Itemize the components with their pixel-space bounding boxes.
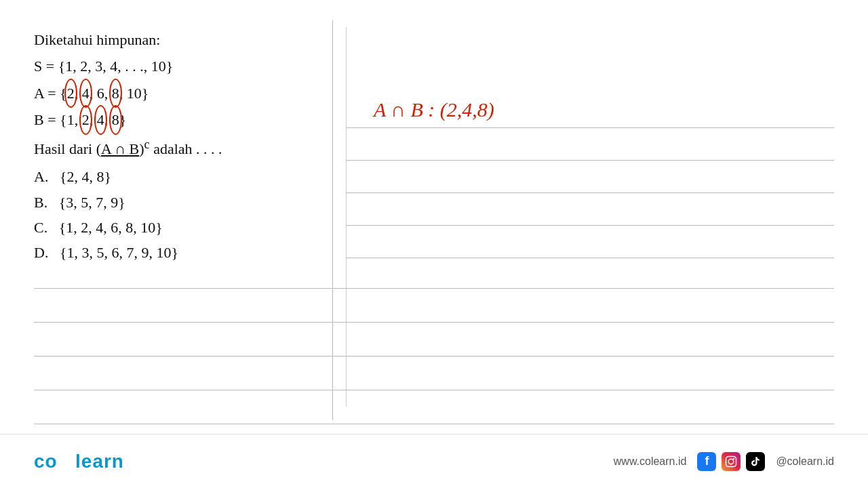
circled-2: 2 — [67, 81, 75, 106]
h-line-2 — [347, 160, 834, 161]
set-s-text: S = {1, 2, 3, 4, . . ., 10} — [34, 58, 173, 75]
option-a-label: A. — [34, 168, 60, 185]
svg-point-3 — [733, 458, 734, 459]
brand-logo: co learn — [34, 451, 124, 472]
set-a-label: A = { — [34, 85, 67, 102]
option-c-value: {1, 2, 4, 6, 8, 10} — [59, 219, 163, 236]
h-line-4 — [347, 225, 834, 226]
set-s-line: S = {1, 2, 3, 4, . . ., 10} — [34, 54, 346, 79]
option-c-label: C. — [34, 219, 59, 236]
main-content: Diketahui himpunan: S = {1, 2, 3, 4, . .… — [0, 0, 868, 420]
instagram-icon — [722, 452, 741, 471]
set-b-line: B = {1, 2, 4, 8} — [34, 107, 346, 132]
left-panel: Diketahui himpunan: S = {1, 2, 3, 4, . .… — [34, 27, 346, 407]
svg-rect-1 — [726, 456, 736, 466]
set-b-label: B = {1, — [34, 111, 82, 128]
full-divider-2 — [34, 322, 834, 323]
svg-point-2 — [729, 459, 734, 464]
right-panel: A ∩ B : (2,4,8) — [346, 27, 834, 407]
right-lines — [347, 27, 834, 407]
logo-space — [63, 451, 69, 472]
intro-text: Diketahui himpunan: — [34, 31, 160, 48]
options-section: A. {2, 4, 8} B. {3, 5, 7, 9} C. {1, 2, 4… — [34, 164, 346, 266]
set-b-end: } — [119, 111, 127, 128]
option-c: C. {1, 2, 4, 6, 8, 10} — [34, 215, 346, 240]
question-line: Hasil dari (A ∩ B)c adalah . . . . — [34, 134, 346, 162]
question-prefix: Hasil dari (A ∩ B)c adalah . . . . — [34, 140, 222, 157]
circled-b8: 8 — [112, 107, 119, 132]
intro-line: Diketahui himpunan: — [34, 27, 346, 52]
footer-right: www.colearn.id f @colearn.id — [614, 452, 834, 471]
social-icons: f — [697, 452, 765, 471]
set-b-comma2: , — [104, 111, 112, 128]
circled-b4: 4 — [97, 107, 104, 132]
set-b-comma1: , — [90, 111, 97, 128]
circled-b2: 2 — [82, 107, 90, 132]
option-a-value: {2, 4, 8} — [60, 168, 111, 185]
superscript: c — [144, 138, 150, 151]
h-line-3 — [347, 192, 834, 193]
social-handle: @colearn.id — [776, 455, 834, 468]
option-d-label: D. — [34, 244, 60, 261]
annotation: A ∩ B : (2,4,8) — [367, 88, 597, 134]
footer: co learn www.colearn.id f @colearn.id — [0, 434, 868, 488]
option-d-value: {1, 3, 5, 6, 7, 9, 10} — [60, 244, 178, 261]
tiktok-icon — [746, 452, 765, 471]
logo-learn: learn — [75, 451, 124, 472]
option-b: B. {3, 5, 7, 9} — [34, 190, 346, 215]
svg-text:A ∩ B : (2,4,8): A ∩ B : (2,4,8) — [372, 98, 494, 121]
facebook-icon: f — [697, 452, 716, 471]
full-divider-5 — [34, 424, 834, 424]
option-d: D. {1, 3, 5, 6, 7, 9, 10} — [34, 240, 346, 265]
full-divider-3 — [34, 356, 834, 357]
set-a-comma1: , — [75, 85, 82, 102]
option-a: A. {2, 4, 8} — [34, 164, 346, 189]
set-a-end: , 10} — [119, 85, 149, 102]
vertical-divider — [332, 20, 333, 420]
h-line-5 — [347, 258, 834, 258]
set-a-line: A = {2, 4, 6, 8, 10} — [34, 81, 346, 106]
website-link: www.colearn.id — [614, 455, 687, 468]
option-b-label: B. — [34, 194, 59, 211]
circled-8: 8 — [112, 81, 119, 106]
full-divider-1 — [34, 288, 834, 289]
option-b-value: {3, 5, 7, 9} — [59, 194, 125, 211]
set-a-comma2: , 6, — [90, 85, 112, 102]
logo-co: co — [34, 451, 58, 472]
full-divider-4 — [34, 390, 834, 390]
circled-4: 4 — [82, 81, 90, 106]
annotation-svg: A ∩ B : (2,4,8) — [367, 88, 597, 129]
